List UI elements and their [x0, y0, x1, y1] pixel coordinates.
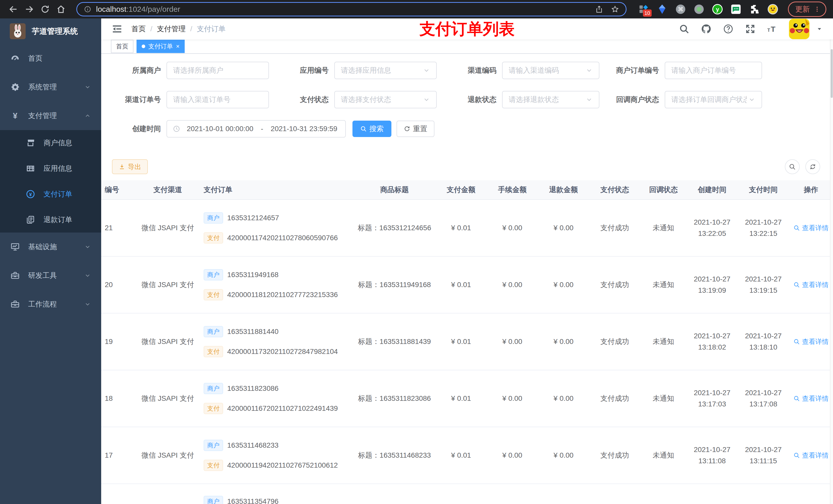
- reset-button[interactable]: 重置: [397, 121, 434, 137]
- view-detail-link[interactable]: 查看详情: [789, 451, 833, 460]
- export-button[interactable]: 导出: [112, 159, 148, 174]
- view-detail-link[interactable]: 查看详情: [789, 281, 833, 289]
- cell-id: 21: [101, 224, 132, 232]
- tab-tag-0[interactable]: 首页: [111, 40, 134, 53]
- filter-select-1-1[interactable]: 请选择支付状态: [334, 91, 437, 108]
- cell-channel: 微信 JSAPI 支付: [132, 393, 204, 403]
- breadcrumb-separator: /: [190, 25, 192, 33]
- sidebar-item-label: 工作流程: [28, 299, 57, 309]
- view-detail-link[interactable]: 查看详情: [789, 394, 833, 403]
- header-search-icon[interactable]: [679, 24, 690, 34]
- cell-order: 商户1635311823086支付42000011672021102710224…: [204, 383, 354, 414]
- sidebar-item-workflow[interactable]: 工作流程: [0, 290, 101, 318]
- table-header-fee: 手续金额: [487, 185, 538, 195]
- filter-select-1-3[interactable]: 请选择订单回调商户状态: [665, 91, 762, 108]
- create-time-range-picker[interactable]: 2021-10-01 00:00:00 - 2021-10-31 23:59:5…: [166, 120, 346, 138]
- bookmark-star-icon[interactable]: [611, 5, 619, 13]
- tag-close-icon[interactable]: ×: [176, 43, 180, 50]
- sidebar-item-refund-order[interactable]: 退款订单: [0, 207, 101, 233]
- pay-order-no: 4200001173202110272847982104: [227, 347, 338, 356]
- svg-text:¥: ¥: [29, 192, 32, 197]
- chevron-down-icon: [84, 301, 91, 308]
- avatar-caret-icon[interactable]: [816, 26, 823, 32]
- browser-reload-icon[interactable]: [39, 3, 52, 16]
- order-merchant-line: 商户1635311949168: [204, 269, 354, 281]
- dashboard-icon: [10, 53, 20, 63]
- cell-refund: ¥ 0.00: [538, 281, 589, 289]
- table-header-notify: 回调状态: [640, 185, 687, 195]
- pay-order-no: 4200001194202110276752100612: [227, 461, 338, 470]
- cell-id: 20: [101, 281, 132, 289]
- browser-forward-icon[interactable]: [23, 3, 36, 16]
- filter-row-0: 所属商户请选择所属商户应用编号请选择应用信息渠道编码请输入渠道编码商户订单编号请…: [101, 62, 833, 79]
- tab-tag-1[interactable]: 支付订单×: [137, 40, 185, 53]
- view-detail-link[interactable]: 查看详情: [789, 337, 833, 346]
- filter-select-0-2[interactable]: 请输入渠道编码: [502, 62, 599, 79]
- extension-y-icon[interactable]: y: [712, 3, 723, 15]
- url-bar[interactable]: localhost:1024/pay/order: [76, 2, 626, 16]
- breadcrumb-home[interactable]: 首页: [132, 24, 146, 34]
- extension-kite-icon[interactable]: [656, 3, 668, 15]
- view-detail-link[interactable]: 查看详情: [789, 223, 833, 233]
- browser-update-button[interactable]: 更新: [788, 2, 826, 17]
- merchant-tag: 商户: [204, 440, 223, 451]
- sidebar-item-home[interactable]: 首页: [0, 44, 101, 73]
- merchant-order-no: 1635311881440: [227, 328, 279, 336]
- help-icon[interactable]: [723, 24, 734, 34]
- placeholder-text: 请选择退款状态: [509, 95, 584, 104]
- page-scrollbar[interactable]: [830, 19, 833, 504]
- extension-record-icon[interactable]: [693, 3, 705, 15]
- github-icon[interactable]: [701, 24, 712, 34]
- table-header-pay: 支付时间: [738, 184, 789, 195]
- extension-tiles-icon[interactable]: 10: [638, 3, 649, 15]
- sidebar-item-app-info[interactable]: 应用信息: [0, 156, 101, 181]
- chevron-up-icon: [84, 113, 91, 119]
- show-search-toggle-button[interactable]: [785, 159, 800, 174]
- yen-icon: ¥: [10, 111, 20, 121]
- sidebar-item-system[interactable]: 系统管理: [0, 73, 101, 101]
- filter-input-1-0[interactable]: 请输入渠道订单号: [166, 91, 269, 108]
- sidebar-item-pay[interactable]: ¥支付管理: [0, 101, 101, 130]
- user-avatar[interactable]: [789, 19, 809, 39]
- font-size-icon[interactable]: TT: [767, 24, 778, 34]
- browser-home-icon[interactable]: [54, 3, 68, 16]
- order-merchant-line: 商户1635311468233: [204, 440, 354, 451]
- cell-pay-time: 2021-10-2713:11:15: [738, 444, 789, 466]
- sidebar-item-devtools[interactable]: 研发工具: [0, 261, 101, 290]
- fullscreen-icon[interactable]: [745, 24, 756, 34]
- extension-puzzle-icon[interactable]: [748, 3, 760, 15]
- filter-input-0-0[interactable]: 请选择所属商户: [166, 62, 269, 79]
- extension-command-icon[interactable]: ⌘: [675, 3, 687, 15]
- range-start-value: 2021-10-01 00:00:00: [185, 125, 256, 133]
- merchant-order-no: 1635311468233: [227, 441, 279, 450]
- cell-notify-status: 未通知: [640, 337, 687, 346]
- scrollbar-thumb[interactable]: [831, 49, 833, 98]
- cell-order: 商户1635311354796: [204, 496, 354, 504]
- sidebar-item-pay-order[interactable]: ¥支付订单: [0, 181, 101, 207]
- filter-select-0-1[interactable]: 请选择应用信息: [334, 62, 437, 79]
- filter-row-1: 渠道订单号请输入渠道订单号支付状态请选择支付状态退款状态请选择退款状态回调商户状…: [101, 91, 833, 109]
- page-title: 支付订单列表: [420, 18, 515, 40]
- cell-action: 查看详情: [789, 394, 833, 403]
- sidebar-item-infra[interactable]: 基础设施: [0, 233, 101, 261]
- filter-select-1-2[interactable]: 请选择退款状态: [502, 91, 599, 108]
- breadcrumb-pay-manage[interactable]: 支付管理: [157, 24, 186, 34]
- site-info-icon[interactable]: [84, 5, 91, 13]
- chevron-down-icon: [423, 96, 430, 103]
- filter-label-0-2: 渠道编码: [437, 66, 502, 75]
- placeholder-text: 请输入渠道编码: [509, 66, 584, 75]
- refresh-table-button[interactable]: [805, 159, 820, 174]
- order-pay-line: 支付4200001173202110272847982104: [204, 346, 354, 357]
- kebab-menu-icon[interactable]: [814, 6, 820, 13]
- share-icon[interactable]: [595, 5, 603, 13]
- filter-input-0-3[interactable]: 请输入商户订单编号: [665, 62, 762, 79]
- extension-chat-icon[interactable]: [730, 3, 742, 15]
- tag-active-dot: [142, 45, 145, 48]
- profile-emoji-icon[interactable]: [767, 3, 779, 15]
- sidebar-item-merchant-info[interactable]: 商户信息: [0, 130, 101, 156]
- breadcrumb: 首页 / 支付管理 / 支付订单: [132, 24, 226, 34]
- browser-back-icon[interactable]: [7, 3, 20, 16]
- sidebar-collapse-icon[interactable]: [112, 23, 123, 34]
- filter-label-0-3: 商户订单编号: [599, 66, 665, 75]
- search-button[interactable]: 搜索: [353, 121, 391, 137]
